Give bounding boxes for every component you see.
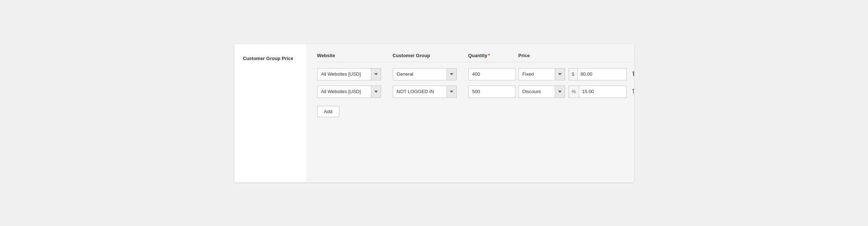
row1-price-input[interactable] xyxy=(578,68,626,80)
row2-group-col: General NOT LOGGED IN Wholesale Retailer xyxy=(393,86,465,98)
row1-price-type-dropdown-btn[interactable] xyxy=(555,68,565,80)
row2-delete-button[interactable] xyxy=(630,86,634,97)
row2-website-dropdown-btn[interactable] xyxy=(371,86,381,98)
card-content: Website Customer Group Quantity* Price A… xyxy=(307,44,634,182)
row2-price-symbol: % xyxy=(569,86,580,98)
row1-price-val-col: $ xyxy=(569,68,627,80)
add-button[interactable]: Add xyxy=(317,106,339,117)
customer-group-price-card: Customer Group Price Website Customer Gr… xyxy=(234,44,634,182)
chevron-down-icon xyxy=(374,72,378,76)
chevron-down-icon xyxy=(558,90,562,94)
required-star: * xyxy=(488,53,490,58)
header-website: Website xyxy=(317,53,390,58)
row1-price-input-wrapper: $ xyxy=(569,68,627,80)
row1-group-select-wrapper: General NOT LOGGED IN Wholesale Retailer xyxy=(393,68,465,80)
row1-group-dropdown-btn[interactable] xyxy=(447,68,457,80)
row1-quantity-input[interactable] xyxy=(468,68,516,80)
section-title: Customer Group Price xyxy=(243,56,294,61)
header-quantity: Quantity* xyxy=(468,53,516,58)
row1-qty-col xyxy=(468,68,516,80)
row2-price-input-wrapper: % xyxy=(569,86,627,98)
row2-group-select[interactable]: General NOT LOGGED IN Wholesale Retailer xyxy=(393,86,447,98)
row1-group-select[interactable]: General NOT LOGGED IN Wholesale Retailer xyxy=(393,68,447,80)
row1-price-type-select[interactable]: Fixed Discount xyxy=(518,68,555,80)
chevron-down-icon xyxy=(558,72,562,76)
row2-price-type-dropdown-btn[interactable] xyxy=(555,86,565,98)
row2-group-select-wrapper: General NOT LOGGED IN Wholesale Retailer xyxy=(393,86,465,98)
row2-qty-col xyxy=(468,86,516,98)
header-price: Price xyxy=(518,53,566,58)
header-customer-group: Customer Group xyxy=(393,53,465,58)
section-label: Customer Group Price xyxy=(234,44,307,182)
row1-website-select[interactable]: All Websites [USD] xyxy=(317,68,371,80)
row2-price-val-col: % xyxy=(569,86,627,98)
row2-price-type-select[interactable]: Fixed Discount xyxy=(518,86,555,98)
row1-price-type-col: Fixed Discount xyxy=(518,68,566,80)
chevron-down-icon xyxy=(374,90,378,94)
row2-website-select-wrapper: All Websites [USD] xyxy=(317,86,390,98)
trash-icon xyxy=(632,88,634,94)
row2-price-type-select-wrapper: Fixed Discount xyxy=(518,86,566,98)
table-header: Website Customer Group Quantity* Price xyxy=(317,53,634,62)
table-row: All Websites [USD] General NOT LOGGED IN… xyxy=(317,68,634,80)
row2-quantity-input[interactable] xyxy=(468,86,516,98)
row1-price-symbol: $ xyxy=(569,68,578,80)
row1-delete-button[interactable] xyxy=(630,69,634,79)
row1-group-col: General NOT LOGGED IN Wholesale Retailer xyxy=(393,68,465,80)
row1-price-type-select-wrapper: Fixed Discount xyxy=(518,68,566,80)
row2-action-col xyxy=(630,86,634,97)
table-row: All Websites [USD] General NOT LOGGED IN… xyxy=(317,86,634,98)
row2-price-type-col: Fixed Discount xyxy=(518,86,566,98)
row2-website-col: All Websites [USD] xyxy=(317,86,390,98)
row1-website-select-wrapper: All Websites [USD] xyxy=(317,68,390,80)
chevron-down-icon xyxy=(450,72,453,76)
row2-price-input[interactable] xyxy=(579,86,626,98)
row1-action-col xyxy=(630,69,634,79)
trash-icon xyxy=(632,70,634,77)
chevron-down-icon xyxy=(450,90,453,94)
row1-website-col: All Websites [USD] xyxy=(317,68,390,80)
row2-website-select[interactable]: All Websites [USD] xyxy=(317,86,371,98)
row2-group-dropdown-btn[interactable] xyxy=(447,86,457,98)
row1-website-dropdown-btn[interactable] xyxy=(371,68,381,80)
